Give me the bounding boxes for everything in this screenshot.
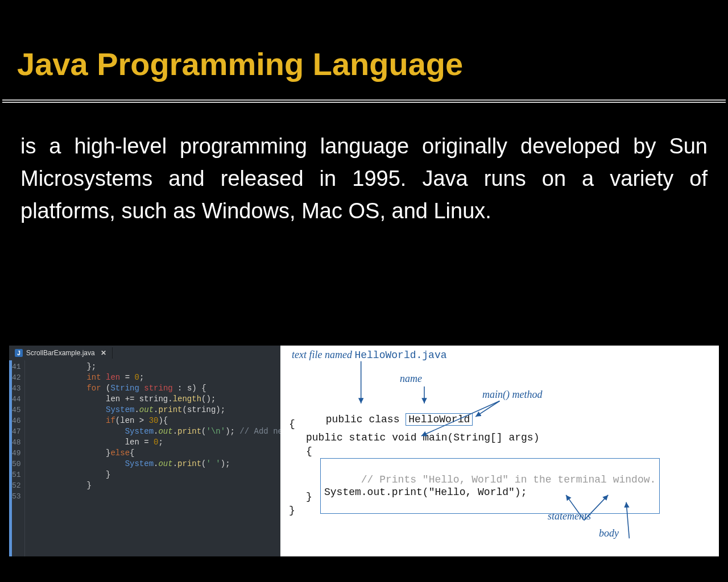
code-content: }; int len = 0; for (String string : s) … — [25, 360, 280, 556]
code-editor-screenshot: J ScrollBarExample.java ✕ 41 42 43 44 45… — [9, 346, 280, 556]
diagram-brace-close-outer: } — [289, 505, 295, 516]
diagram-code-main-decl: public static void main(String[] args) — [306, 432, 539, 443]
hello-world-diagram: text file named HelloWorld.java name mai… — [280, 346, 719, 556]
diagram-statements-box: // Prints "Hello, World" in the terminal… — [320, 458, 660, 514]
label-file: text file named HelloWorld.java — [292, 349, 447, 361]
label-body: body — [599, 527, 619, 539]
figures-row: J ScrollBarExample.java ✕ 41 42 43 44 45… — [9, 346, 719, 556]
close-icon[interactable]: ✕ — [101, 349, 106, 357]
diagram-brace-open-inner: { — [306, 446, 312, 457]
svg-line-2 — [475, 401, 499, 417]
diagram-brace-close-inner: } — [306, 491, 312, 502]
body-area: is a high-level programming language ori… — [5, 107, 723, 312]
slide-title: Java Programming Language — [0, 0, 728, 99]
diagram-arrows — [280, 346, 719, 556]
java-file-icon: J — [15, 349, 23, 357]
editor-tab[interactable]: J ScrollBarExample.java ✕ — [9, 347, 113, 359]
editor-tab-filename: ScrollBarExample.java — [26, 349, 95, 357]
horizontal-divider — [2, 99, 726, 103]
label-name: name — [400, 373, 422, 385]
diagram-brace-open-outer: { — [289, 418, 295, 430]
diagram-code-class-decl: public class HelloWorld — [289, 402, 473, 436]
line-number-gutter: 41 42 43 44 45 46 47 48 49 50 51 52 53 — [9, 360, 25, 556]
label-main: main() method — [482, 389, 542, 401]
editor-tab-bar: J ScrollBarExample.java ✕ — [9, 346, 280, 360]
body-paragraph: is a high-level programming language ori… — [20, 130, 708, 227]
